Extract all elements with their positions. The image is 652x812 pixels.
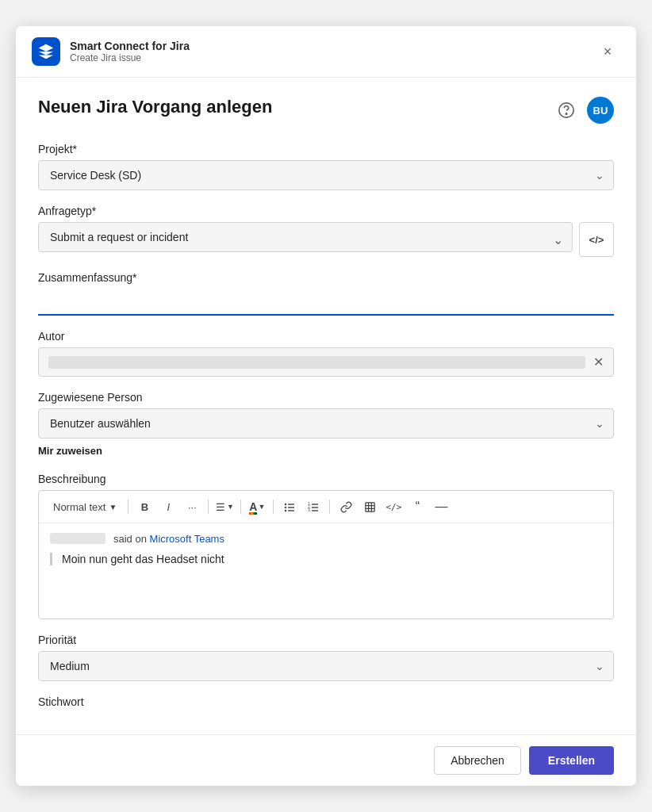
svg-rect-3	[288, 504, 294, 504]
toolbar-separator-2	[208, 500, 209, 514]
divider-button[interactable]: —	[430, 496, 452, 518]
editor-said-text: said on Microsoft Teams	[113, 533, 224, 545]
app-icon	[32, 37, 60, 66]
toolbar-group-align: ☰ ▼	[213, 496, 236, 518]
autor-label: Autor	[38, 330, 614, 343]
prioritaet-field: Priorität Medium Low High Critical ⌄	[38, 634, 614, 681]
editor-toolbar: Normal text ▼ B I ··· ☰ ▼	[39, 491, 613, 523]
svg-rect-9	[312, 504, 318, 504]
page-header: Neuen Jira Vorgang anlegen BU	[38, 97, 614, 124]
footer: Abbrechen Erstellen	[16, 734, 636, 786]
numbered-list-button[interactable]: 1.2.3.	[302, 496, 324, 518]
anfragetyp-row: Submit a request or incident ⌄ </>	[38, 222, 614, 257]
bullet-list-button[interactable]	[278, 496, 301, 518]
anfragetyp-label: Anfragetyp*	[38, 205, 614, 217]
align-chevron-icon: ▼	[227, 503, 234, 511]
zugewiesene-person-select[interactable]: Benutzer auswählen	[38, 408, 614, 439]
autor-clear-icon[interactable]: ✕	[593, 354, 604, 370]
code-inline-button[interactable]: </>	[382, 496, 405, 518]
app-subtitle: Create Jira issue	[70, 52, 595, 63]
stichwort-label: Stichwort	[38, 695, 614, 708]
text-color-icon: A	[249, 500, 257, 513]
title-bar-text: Smart Connect for Jira Create Jira issue	[70, 40, 595, 63]
zusammenfassung-input[interactable]	[38, 289, 614, 316]
toolbar-separator-5	[329, 500, 330, 514]
projekt-field: Projekt* Service Desk (SD) ⌄	[38, 143, 614, 190]
svg-point-1	[566, 113, 566, 114]
header-actions: BU	[554, 97, 614, 124]
align-icon: ☰	[216, 501, 225, 513]
jira-logo	[37, 43, 55, 60]
more-button[interactable]: ···	[181, 496, 203, 518]
help-icon[interactable]	[554, 98, 579, 123]
quote-button[interactable]: “	[406, 496, 428, 518]
title-bar: Smart Connect for Jira Create Jira issue…	[16, 26, 636, 78]
table-button[interactable]	[359, 496, 381, 518]
editor-box: Normal text ▼ B I ··· ☰ ▼	[38, 490, 614, 619]
close-button[interactable]: ×	[595, 39, 620, 64]
projekt-label: Projekt*	[38, 143, 614, 155]
page-title: Neuen Jira Vorgang anlegen	[38, 97, 272, 117]
align-button[interactable]: ☰ ▼	[213, 496, 236, 518]
zugewiesene-person-label: Zugewiesene Person	[38, 391, 614, 404]
mir-zuweisen-button[interactable]: Mir zuweisen	[38, 443, 614, 458]
beschreibung-label: Beschreibung	[38, 473, 614, 485]
cancel-button[interactable]: Abbrechen	[434, 746, 521, 775]
projekt-select-wrapper: Service Desk (SD) ⌄	[38, 160, 614, 190]
italic-button[interactable]: I	[157, 496, 179, 518]
microsoft-teams-link[interactable]: Microsoft Teams	[150, 533, 224, 545]
editor-said-block: said on Microsoft Teams	[50, 533, 602, 545]
create-button[interactable]: Erstellen	[529, 746, 614, 775]
zugewiesene-person-select-wrapper: Benutzer auswählen ⌄	[38, 408, 614, 439]
dialog: Smart Connect for Jira Create Jira issue…	[16, 26, 636, 786]
normal-text-button[interactable]: Normal text ▼	[47, 496, 123, 518]
editor-content[interactable]: said on Microsoft Teams Moin nun geht da…	[39, 523, 613, 619]
svg-rect-7	[288, 510, 294, 511]
prioritaet-label: Priorität	[38, 634, 614, 646]
svg-rect-14	[366, 502, 374, 511]
toolbar-separator-3	[240, 500, 241, 514]
toolbar-separator-4	[273, 500, 274, 514]
normal-text-label: Normal text	[53, 501, 105, 513]
svg-point-2	[285, 504, 286, 505]
svg-point-4	[285, 507, 286, 508]
anfragetyp-field: Anfragetyp* Submit a request or incident…	[38, 205, 614, 257]
anfragetyp-select-wrapper: Submit a request or incident ⌄	[38, 222, 573, 257]
app-name: Smart Connect for Jira	[70, 40, 595, 52]
autor-value-field: ✕	[38, 347, 614, 377]
toolbar-separator-1	[128, 500, 128, 514]
svg-text:3.: 3.	[308, 508, 311, 512]
zusammenfassung-label: Zusammenfassung*	[38, 271, 614, 284]
anfragetyp-code-button[interactable]: </>	[579, 222, 614, 257]
projekt-select[interactable]: Service Desk (SD)	[38, 160, 614, 190]
prioritaet-select-wrapper: Medium Low High Critical ⌄	[38, 651, 614, 681]
zusammenfassung-field: Zusammenfassung*	[38, 271, 614, 316]
toolbar-group-format: B I ···	[133, 496, 203, 518]
link-button[interactable]	[335, 496, 357, 518]
anfragetyp-select[interactable]: Submit a request or incident	[38, 222, 573, 252]
svg-rect-5	[288, 507, 294, 508]
prioritaet-select[interactable]: Medium Low High Critical	[38, 651, 614, 681]
stichwort-field: Stichwort	[38, 695, 614, 708]
user-avatar[interactable]: BU	[587, 97, 614, 124]
text-color-button[interactable]: A ▼	[246, 496, 268, 518]
autor-field: Autor ✕	[38, 330, 614, 377]
autor-blurred-value	[48, 356, 585, 369]
toolbar-group-insert: </> “ —	[335, 496, 452, 518]
editor-blockquote: Moin nun geht das Headset nicht	[50, 553, 602, 565]
normal-text-chevron-icon: ▼	[109, 503, 117, 511]
svg-point-6	[285, 510, 286, 511]
editor-author-avatar	[50, 533, 105, 544]
svg-rect-11	[312, 507, 318, 508]
svg-rect-13	[312, 510, 318, 511]
beschreibung-field: Beschreibung Normal text ▼ B I ···	[38, 473, 614, 619]
zugewiesene-person-field: Zugewiesene Person Benutzer auswählen ⌄ …	[38, 391, 614, 458]
bold-button[interactable]: B	[133, 496, 155, 518]
content-area: Neuen Jira Vorgang anlegen BU Projekt* S…	[16, 78, 636, 786]
toolbar-group-lists: 1.2.3.	[278, 496, 324, 518]
color-bar	[249, 512, 257, 515]
color-chevron-icon: ▼	[258, 503, 265, 511]
